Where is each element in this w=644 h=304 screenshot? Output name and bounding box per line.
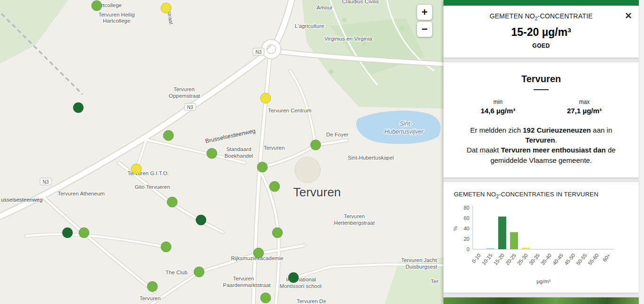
map-marker[interactable] [288,272,299,283]
map-label: Tervuren [233,276,254,281]
map-marker[interactable] [260,293,271,303]
map-label: Sint-Hubertuskapel [348,155,394,160]
map-label: L'agriculture [295,23,324,29]
histogram-bar [486,248,494,249]
chart-title-suffix: -CONCENTRATIES IN TERVUREN [499,191,598,198]
min-label: min [455,99,541,105]
road-badge: N3 [40,178,51,185]
close-icon[interactable]: ✕ [625,11,632,20]
municipality-card: Tervuren min 14,6 µg/m³ max 27,1 µg/m³ E… [443,62,639,177]
map-label: Ter [431,279,438,284]
y-tick-label: 20 [464,236,469,242]
map-marker[interactable] [62,228,73,238]
x-tick-label: 60+ [602,252,611,262]
x-axis-label: µg/m³ [536,279,551,284]
zoom-in-button[interactable]: + [417,5,432,20]
map-marker[interactable] [161,3,171,13]
sidebar: GEMETEN NO2-CONCENTRATIE ✕ 15-20 µg/m³ G… [443,0,644,304]
map-label: Tervuren [293,185,341,199]
map-marker[interactable] [194,267,204,277]
map-label: Tervuren De [297,298,326,304]
x-tick-label: 55-60 [587,252,600,266]
sidebar-content: GEMETEN NO2-CONCENTRATIE ✕ 15-20 µg/m³ G… [443,0,639,304]
map-label: Sint- [400,120,412,127]
map-label: Tervuren Centrum [268,108,311,113]
map-marker[interactable] [161,242,171,252]
y-tick-label: 60 [464,215,469,221]
histogram-bar [510,232,518,249]
map-marker[interactable] [92,0,102,11]
map-label: Tervuren Heilig [99,12,135,17]
map-label: Standaard [226,146,251,152]
map-label: Tervuren Atheneum [58,191,105,196]
map-marker[interactable] [131,164,142,174]
map-marker[interactable] [260,93,271,103]
zoom-out-button[interactable]: − [417,22,432,37]
map-label: Hartcollege [103,18,130,24]
map-label: usselsesteenweg [1,197,42,203]
app: N3N3N3 artcollegeTervuren HeiligHartcoll… [0,0,644,304]
map-label: Tervuren [140,296,161,301]
measurement-title-suffix: -CONCENTRATIE [538,12,593,20]
title-underline [534,89,549,90]
svg-text:N3: N3 [187,105,193,110]
histogram-bar [522,247,530,249]
chart-title: GEMETEN NO2-CONCENTRATIES IN TERVUREN [451,191,631,199]
map-canvas[interactable]: N3N3N3 artcollegeTervuren HeiligHartcoll… [0,0,443,304]
map-marker[interactable] [147,281,158,292]
max-label: max [541,99,627,105]
map-label: Amour [317,5,333,10]
y-axis-label: % [452,226,458,230]
map-svg: N3N3N3 artcollegeTervuren HeiligHartcoll… [0,0,443,304]
map-label: Oppemstraat [169,93,201,99]
map-label: Gito Tervueren [134,184,170,190]
accent-bar [443,0,639,6]
chart-title-prefix: GEMETEN NO [454,191,496,198]
map-marker[interactable] [310,140,321,150]
map-marker[interactable] [269,181,280,192]
map-water [356,110,441,144]
map-marker[interactable] [163,130,174,141]
map-label: Montissori school [280,283,322,289]
map-label: Boekhandel [225,153,253,159]
municipality-title: Tervuren [455,74,627,84]
chart-card: GEMETEN NO2-CONCENTRATIES IN TERVUREN 02… [443,182,639,293]
no2-histogram: 020406080%0-1010-1515-2020-2525-3030-353… [451,202,631,288]
svg-text:N3: N3 [43,179,49,185]
x-tick-label: 30-35 [528,252,541,266]
map-marker[interactable] [272,228,283,238]
map-marker[interactable] [196,215,206,225]
x-tick-label: 10-15 [481,252,493,266]
map-marker[interactable] [73,102,84,113]
road-badge: N3 [184,103,196,110]
min-value: 14,6 µg/m³ [455,107,541,115]
measurement-status-badge: GOED [453,42,629,49]
map-marker[interactable] [207,148,217,159]
photo-card [443,297,639,304]
x-tick-label: 25-30 [516,252,529,266]
max-stat: max 27,1 µg/m³ [541,99,627,115]
map-marker[interactable] [167,197,177,207]
y-tick-label: 80 [464,205,469,211]
y-tick-label: 0 [467,246,469,252]
road-badge: N3 [253,48,264,55]
map-label: Tervuren Jacht [401,257,437,263]
x-tick-label: 35-40 [540,252,552,266]
max-value: 27,1 µg/m³ [541,107,627,115]
histogram-bar [498,216,506,249]
map-marker[interactable] [253,248,264,258]
map-label: Duisburgsest [405,264,437,270]
map-label: Tervuren [174,86,195,92]
map-marker[interactable] [79,228,89,238]
measurement-header-card: GEMETEN NO2-CONCENTRATIE ✕ 15-20 µg/m³ G… [443,0,639,58]
map-marker[interactable] [257,162,268,172]
sidebar-scrollbar[interactable] [639,0,644,304]
svg-text:N3: N3 [256,50,262,55]
min-stat: min 14,6 µg/m³ [455,99,541,115]
x-tick-label: 0-10 [471,252,482,264]
x-tick-label: 45-50 [563,252,576,266]
map-label: Virginius en Virginia [324,36,372,42]
map-label: Tervuren [344,213,365,219]
map-label: Paardenmarktstraat [223,282,271,288]
map-label: De Foyer [326,132,348,137]
